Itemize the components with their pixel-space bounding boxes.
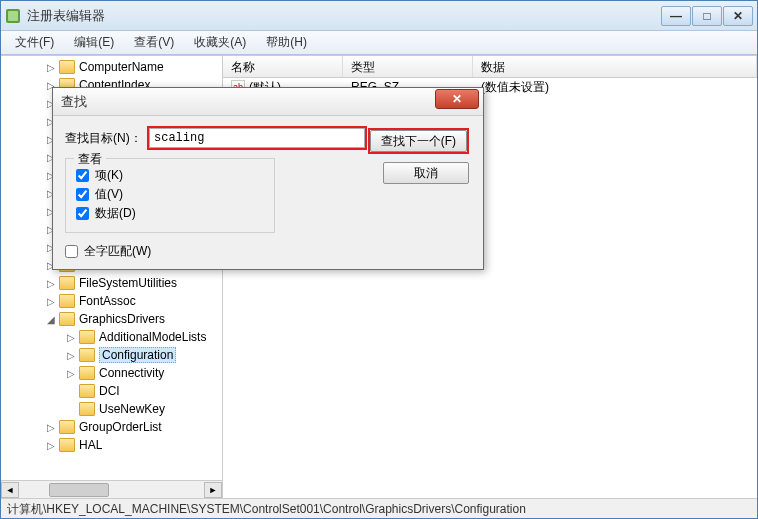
col-data[interactable]: 数据 [473,56,757,77]
scroll-left-arrow[interactable]: ◄ [1,482,19,498]
tree-item-label: HAL [79,438,102,452]
find-label: 查找目标(N)： [65,130,147,147]
folder-icon [79,384,95,398]
expand-icon[interactable]: ▷ [65,367,77,379]
folder-icon [79,366,95,380]
find-next-highlight: 查找下一个(F) [368,128,469,154]
expand-icon[interactable]: ▷ [45,439,57,451]
tree-item[interactable]: ▷GroupOrderList [1,418,222,436]
chk-values-label: 值(V) [95,186,123,203]
lookat-group: 查看 项(K) 值(V) 数据(D) [65,158,275,233]
window-title: 注册表编辑器 [27,7,661,25]
tree-item[interactable]: ▷ComputerName [1,58,222,76]
expand-icon[interactable]: ▷ [65,331,77,343]
tree-item[interactable]: ▷Connectivity [1,364,222,382]
dialog-close-button[interactable]: ✕ [435,89,479,109]
list-header: 名称 类型 数据 [223,56,757,78]
find-dialog: 查找 ✕ 查找目标(N)： 查看 项(K) 值(V) 数据(D) 全字匹配(W)… [52,87,484,270]
tree-horizontal-scrollbar[interactable]: ◄ ► [1,480,222,498]
tree-item-label: ComputerName [79,60,164,74]
find-input[interactable] [149,128,365,148]
scroll-right-arrow[interactable]: ► [204,482,222,498]
chk-data-box[interactable] [76,207,89,220]
tree-item-label: FileSystemUtilities [79,276,177,290]
menu-help[interactable]: 帮助(H) [258,32,315,53]
cancel-button[interactable]: 取消 [383,162,469,184]
dialog-title: 查找 [61,93,435,111]
value-data: (数值未设置) [473,79,757,96]
tree-item-label: GraphicsDrivers [79,312,165,326]
folder-icon [59,438,75,452]
menu-file[interactable]: 文件(F) [7,32,62,53]
scroll-track[interactable] [19,482,204,498]
tree-item[interactable]: ▷AdditionalModeLists [1,328,222,346]
tree-item-label: Configuration [99,347,176,363]
statusbar: 计算机\HKEY_LOCAL_MACHINE\SYSTEM\ControlSet… [1,498,757,518]
tree-item-label: DCI [99,384,120,398]
expand-icon[interactable] [65,385,77,397]
menu-view[interactable]: 查看(V) [126,32,182,53]
folder-icon [59,60,75,74]
expand-icon[interactable] [65,403,77,415]
dialog-titlebar: 查找 ✕ [53,88,483,116]
find-input-highlight [147,126,367,150]
folder-icon [79,330,95,344]
menu-edit[interactable]: 编辑(E) [66,32,122,53]
maximize-button[interactable]: □ [692,6,722,26]
scroll-thumb[interactable] [49,483,109,497]
chk-keys[interactable]: 项(K) [76,167,264,184]
dialog-buttons: 查找下一个(F) 取消 [368,128,469,184]
svg-rect-1 [8,11,18,21]
menu-favorites[interactable]: 收藏夹(A) [186,32,254,53]
col-name[interactable]: 名称 [223,56,343,77]
tree-item-label: FontAssoc [79,294,136,308]
expand-icon[interactable]: ▷ [65,349,77,361]
folder-icon [59,420,75,434]
chk-keys-box[interactable] [76,169,89,182]
tree-item-label: GroupOrderList [79,420,162,434]
folder-icon [59,294,75,308]
folder-icon [59,276,75,290]
chk-values[interactable]: 值(V) [76,186,264,203]
folder-icon [59,312,75,326]
tree-item-label: AdditionalModeLists [99,330,206,344]
tree-item-label: Connectivity [99,366,164,380]
folder-icon [79,348,95,362]
tree-item[interactable]: ▷HAL [1,436,222,454]
tree-item[interactable]: ◢GraphicsDrivers [1,310,222,328]
tree-item[interactable]: ▷FileSystemUtilities [1,274,222,292]
tree-item-label: UseNewKey [99,402,165,416]
chk-data-label: 数据(D) [95,205,136,222]
tree-item[interactable]: DCI [1,382,222,400]
menubar: 文件(F) 编辑(E) 查看(V) 收藏夹(A) 帮助(H) [1,31,757,55]
app-icon [5,8,21,24]
expand-icon[interactable]: ◢ [45,313,57,325]
minimize-button[interactable]: — [661,6,691,26]
chk-keys-label: 项(K) [95,167,123,184]
chk-wholeword[interactable]: 全字匹配(W) [65,243,471,260]
folder-icon [79,402,95,416]
expand-icon[interactable]: ▷ [45,295,57,307]
tree-item[interactable]: ▷Configuration [1,346,222,364]
chk-values-box[interactable] [76,188,89,201]
find-next-button[interactable]: 查找下一个(F) [370,130,467,152]
chk-wholeword-box[interactable] [65,245,78,258]
expand-icon[interactable]: ▷ [45,421,57,433]
lookat-legend: 查看 [74,151,106,168]
tree-item[interactable]: ▷FontAssoc [1,292,222,310]
expand-icon[interactable]: ▷ [45,61,57,73]
window-controls: — □ ✕ [661,6,753,26]
chk-wholeword-label: 全字匹配(W) [84,243,151,260]
expand-icon[interactable]: ▷ [45,277,57,289]
titlebar: 注册表编辑器 — □ ✕ [1,1,757,31]
tree-item[interactable]: UseNewKey [1,400,222,418]
col-type[interactable]: 类型 [343,56,473,77]
chk-data[interactable]: 数据(D) [76,205,264,222]
close-button[interactable]: ✕ [723,6,753,26]
